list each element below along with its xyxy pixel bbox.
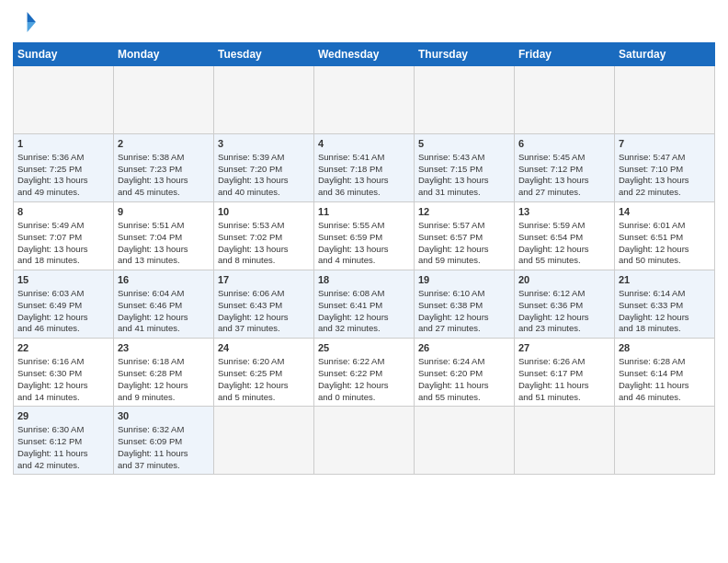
cell-info-line: Sunset: 7:18 PM xyxy=(318,164,410,176)
day-number: 27 xyxy=(518,341,610,355)
calendar-cell: 25Sunrise: 6:22 AMSunset: 6:22 PMDayligh… xyxy=(314,339,415,407)
calendar-cell: 14Sunrise: 6:01 AMSunset: 6:51 PMDayligh… xyxy=(615,202,715,270)
cell-info-line: Sunset: 7:10 PM xyxy=(619,164,711,176)
col-header-tuesday: Tuesday xyxy=(214,43,314,66)
cell-info-line: Sunset: 7:07 PM xyxy=(17,232,109,244)
calendar-cell: 4Sunrise: 5:41 AMSunset: 7:18 PMDaylight… xyxy=(314,134,415,202)
calendar-week-1: 1Sunrise: 5:36 AMSunset: 7:25 PMDaylight… xyxy=(14,134,715,202)
calendar-cell xyxy=(14,66,114,134)
cell-info-line: and 55 minutes. xyxy=(518,255,610,267)
col-header-saturday: Saturday xyxy=(615,43,715,66)
cell-info-line: Sunrise: 6:10 AM xyxy=(418,288,510,300)
calendar-cell: 15Sunrise: 6:03 AMSunset: 6:49 PMDayligh… xyxy=(14,270,114,339)
cell-info-line: Daylight: 13 hours xyxy=(318,175,410,187)
cell-info-line: and 50 minutes. xyxy=(619,255,711,267)
cell-info-line: Daylight: 13 hours xyxy=(518,175,610,187)
cell-info-line: Daylight: 12 hours xyxy=(418,312,510,324)
cell-info-line: Daylight: 11 hours xyxy=(619,380,711,392)
cell-info-line: Sunset: 7:02 PM xyxy=(218,232,310,244)
cell-info-line: and 37 minutes. xyxy=(118,460,210,472)
cell-info-line: Sunrise: 5:51 AM xyxy=(118,220,210,232)
cell-info-line: Sunrise: 5:57 AM xyxy=(418,220,510,232)
calendar-cell: 1Sunrise: 5:36 AMSunset: 7:25 PMDaylight… xyxy=(14,134,114,202)
calendar-cell xyxy=(314,407,415,475)
calendar-cell: 2Sunrise: 5:38 AMSunset: 7:23 PMDaylight… xyxy=(114,134,214,202)
day-number: 17 xyxy=(218,273,310,287)
calendar-cell xyxy=(515,66,615,134)
col-header-monday: Monday xyxy=(114,43,214,66)
cell-info-line: Sunset: 6:17 PM xyxy=(518,368,610,380)
cell-info-line: Sunrise: 5:38 AM xyxy=(118,152,210,164)
cell-info-line: and 27 minutes. xyxy=(518,187,610,199)
calendar-cell: 24Sunrise: 6:20 AMSunset: 6:25 PMDayligh… xyxy=(214,339,314,407)
cell-info-line: Daylight: 12 hours xyxy=(218,312,310,324)
cell-info-line: Sunrise: 6:30 AM xyxy=(17,424,109,436)
cell-info-line: Daylight: 12 hours xyxy=(318,312,410,324)
calendar-cell: 19Sunrise: 6:10 AMSunset: 6:38 PMDayligh… xyxy=(415,270,515,339)
calendar-cell xyxy=(515,407,615,475)
cell-info-line: and 40 minutes. xyxy=(218,187,310,199)
cell-info-line: Daylight: 13 hours xyxy=(118,244,210,256)
cell-info-line: and 45 minutes. xyxy=(118,187,210,199)
cell-info-line: and 13 minutes. xyxy=(118,255,210,267)
cell-info-line: Sunrise: 5:41 AM xyxy=(318,152,410,164)
cell-info-line: and 51 minutes. xyxy=(518,392,610,404)
cell-info-line: Sunrise: 5:53 AM xyxy=(218,220,310,232)
calendar-cell xyxy=(415,407,515,475)
cell-info-line: Daylight: 12 hours xyxy=(17,380,109,392)
logo-icon xyxy=(13,9,39,35)
cell-info-line: and 41 minutes. xyxy=(118,323,210,335)
cell-info-line: Daylight: 13 hours xyxy=(318,244,410,256)
cell-info-line: Sunset: 7:04 PM xyxy=(118,232,210,244)
cell-info-line: Daylight: 12 hours xyxy=(619,244,711,256)
calendar-cell: 21Sunrise: 6:14 AMSunset: 6:33 PMDayligh… xyxy=(615,270,715,339)
cell-info-line: Sunrise: 6:08 AM xyxy=(318,288,410,300)
cell-info-line: Sunrise: 6:12 AM xyxy=(518,288,610,300)
cell-info-line: Daylight: 12 hours xyxy=(118,312,210,324)
cell-info-line: Sunset: 6:09 PM xyxy=(118,436,210,448)
day-number: 6 xyxy=(518,137,610,151)
cell-info-line: Sunset: 6:12 PM xyxy=(17,436,109,448)
cell-info-line: Daylight: 13 hours xyxy=(17,175,109,187)
day-number: 15 xyxy=(17,273,109,287)
cell-info-line: Daylight: 11 hours xyxy=(17,448,109,460)
cell-info-line: Daylight: 11 hours xyxy=(118,448,210,460)
calendar-cell xyxy=(314,66,415,134)
calendar-cell: 20Sunrise: 6:12 AMSunset: 6:36 PMDayligh… xyxy=(515,270,615,339)
day-number: 4 xyxy=(318,137,410,151)
cell-info-line: Sunset: 7:20 PM xyxy=(218,164,310,176)
calendar-cell xyxy=(615,407,715,475)
cell-info-line: Sunset: 6:49 PM xyxy=(17,300,109,312)
cell-info-line: Sunrise: 5:45 AM xyxy=(518,152,610,164)
cell-info-line: Sunrise: 6:28 AM xyxy=(619,356,711,368)
cell-info-line: Sunset: 6:59 PM xyxy=(318,232,410,244)
cell-info-line: Sunset: 6:43 PM xyxy=(218,300,310,312)
cell-info-line: Sunrise: 6:04 AM xyxy=(118,288,210,300)
day-number: 3 xyxy=(218,137,310,151)
calendar-week-3: 15Sunrise: 6:03 AMSunset: 6:49 PMDayligh… xyxy=(14,270,715,339)
cell-info-line: Daylight: 11 hours xyxy=(518,380,610,392)
day-number: 23 xyxy=(118,341,210,355)
day-number: 22 xyxy=(17,341,109,355)
cell-info-line: Sunset: 6:51 PM xyxy=(619,232,711,244)
day-number: 19 xyxy=(418,273,510,287)
cell-info-line: Sunrise: 6:18 AM xyxy=(118,356,210,368)
cell-info-line: and 18 minutes. xyxy=(619,323,711,335)
cell-info-line: Sunset: 6:57 PM xyxy=(418,232,510,244)
cell-info-line: and 59 minutes. xyxy=(418,255,510,267)
cell-info-line: Sunrise: 5:55 AM xyxy=(318,220,410,232)
cell-info-line: and 36 minutes. xyxy=(318,187,410,199)
calendar-cell: 23Sunrise: 6:18 AMSunset: 6:28 PMDayligh… xyxy=(114,339,214,407)
calendar-cell: 9Sunrise: 5:51 AMSunset: 7:04 PMDaylight… xyxy=(114,202,214,270)
day-number: 9 xyxy=(118,205,210,219)
day-number: 5 xyxy=(418,137,510,151)
cell-info-line: Daylight: 11 hours xyxy=(418,380,510,392)
cell-info-line: Daylight: 12 hours xyxy=(118,380,210,392)
calendar-week-2: 8Sunrise: 5:49 AMSunset: 7:07 PMDaylight… xyxy=(14,202,715,270)
cell-info-line: and 5 minutes. xyxy=(218,392,310,404)
day-number: 12 xyxy=(418,205,510,219)
cell-info-line: Daylight: 13 hours xyxy=(218,175,310,187)
calendar-cell: 30Sunrise: 6:32 AMSunset: 6:09 PMDayligh… xyxy=(114,407,214,475)
calendar-cell: 17Sunrise: 6:06 AMSunset: 6:43 PMDayligh… xyxy=(214,270,314,339)
cell-info-line: and 9 minutes. xyxy=(118,392,210,404)
